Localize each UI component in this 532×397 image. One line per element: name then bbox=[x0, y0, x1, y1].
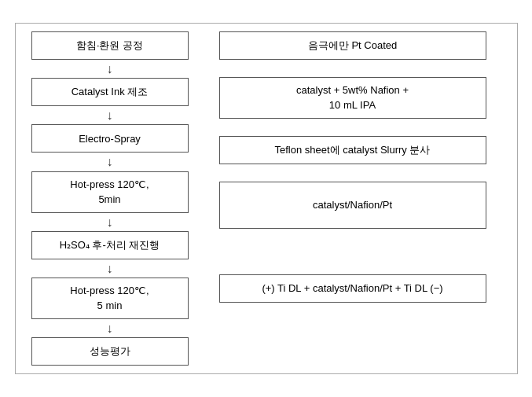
step-7-label: 성능평가 bbox=[90, 344, 130, 359]
left-column: 함침·환원 공정 ↓ Catalyst Ink 제조 ↓ Electro-Spr… bbox=[24, 31, 196, 366]
step-3-box: Electro-Spray bbox=[31, 124, 189, 153]
step-1-box: 함침·환원 공정 bbox=[31, 31, 189, 60]
right-item-1-label: 음극에만 Pt Coated bbox=[308, 38, 397, 53]
arrow-6: ↓ bbox=[107, 321, 113, 336]
step-4-label: Hot-press 120℃, 5min bbox=[70, 177, 149, 208]
arrow-5: ↓ bbox=[107, 261, 113, 276]
step-2-box: Catalyst Ink 제조 bbox=[31, 78, 189, 106]
diagram-container: 함침·환원 공정 ↓ Catalyst Ink 제조 ↓ Electro-Spr… bbox=[15, 23, 518, 374]
arrow-3: ↓ bbox=[107, 154, 113, 169]
arrow-4: ↓ bbox=[107, 215, 113, 230]
step-6-box: Hot-press 120℃, 5 min bbox=[31, 278, 189, 319]
step-5-box: H₂SO₄ 후-처리 재진행 bbox=[31, 231, 189, 259]
right-column: 음극에만 Pt Coated catalyst + 5wt% Nafion + … bbox=[196, 31, 509, 366]
step-7-box: 성능평가 bbox=[31, 337, 189, 366]
right-item-2-box: catalyst + 5wt% Nafion + 10 mL IPA bbox=[219, 77, 486, 119]
step-6-label: Hot-press 120℃, 5 min bbox=[70, 283, 149, 314]
right-item-4-box: catalyst/Nafion/Pt bbox=[219, 182, 486, 229]
right-item-3-box: Teflon sheet에 catalyst Slurry 분사 bbox=[219, 136, 486, 164]
arrow-2: ↓ bbox=[107, 108, 113, 123]
step-5-label: H₂SO₄ 후-처리 재진행 bbox=[60, 237, 160, 253]
step-4-box: Hot-press 120℃, 5min bbox=[31, 171, 189, 213]
right-item-2-label: catalyst + 5wt% Nafion + 10 mL IPA bbox=[296, 83, 409, 113]
right-item-1-box: 음극에만 Pt Coated bbox=[219, 31, 486, 60]
right-item-5-label: (+) Ti DL + catalyst/Nafion/Pt + Ti DL (… bbox=[262, 281, 442, 296]
step-2-label: Catalyst Ink 제조 bbox=[72, 84, 149, 100]
right-item-3-label: Teflon sheet에 catalyst Slurry 분사 bbox=[275, 142, 431, 158]
right-item-5-box: (+) Ti DL + catalyst/Nafion/Pt + Ti DL (… bbox=[219, 274, 486, 303]
step-3-label: Electro-Spray bbox=[79, 131, 141, 147]
right-item-4-label: catalyst/Nafion/Pt bbox=[313, 197, 392, 213]
arrow-1: ↓ bbox=[107, 61, 113, 76]
step-1-label: 함침·환원 공정 bbox=[76, 38, 143, 53]
